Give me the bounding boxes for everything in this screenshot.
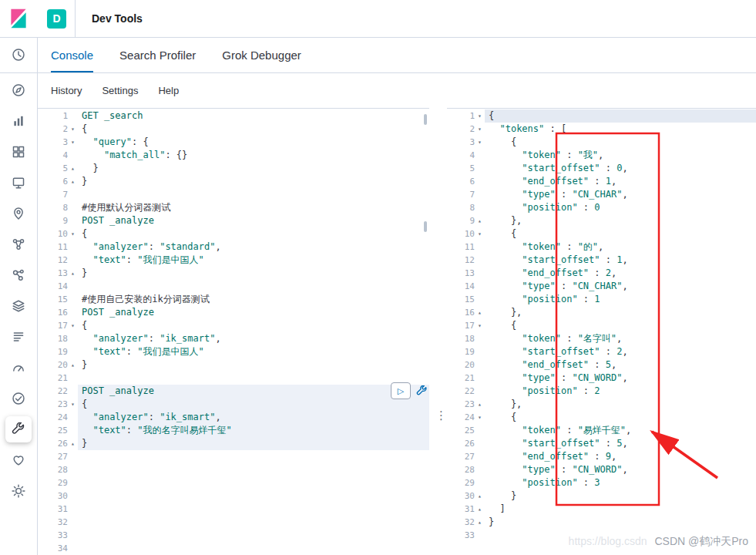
main-area: Console Search Profiler Grok Debugger Hi… xyxy=(37,37,756,555)
request-code-line[interactable]: 8#使用默认分词器测试 xyxy=(37,201,429,214)
wrench-icon xyxy=(12,422,25,436)
sidebar-item-logs[interactable] xyxy=(0,321,37,352)
request-code-line[interactable]: 33 xyxy=(37,529,429,542)
sidebar-item-uptime[interactable] xyxy=(0,383,37,414)
scrollbar-thumb[interactable] xyxy=(424,114,427,125)
request-options-button[interactable] xyxy=(416,385,428,397)
header-divider xyxy=(75,0,76,37)
response-code-line: 33 xyxy=(447,529,756,542)
send-request-button[interactable]: ▷ xyxy=(391,382,411,399)
map-pin-icon xyxy=(12,207,25,220)
request-code-line[interactable]: 16POST _analyze xyxy=(37,306,429,319)
request-code-line[interactable]: 30 xyxy=(37,489,429,503)
sidebar-item-maps[interactable] xyxy=(0,198,37,229)
request-code-line[interactable]: 15#使用自己安装的ik分词器测试 xyxy=(37,293,429,306)
menu-help[interactable]: Help xyxy=(158,85,179,96)
response-code-line: 7 "type" : "CN_CHAR", xyxy=(447,188,756,201)
response-code-line: 3▾ { xyxy=(447,136,756,149)
response-code-line: 18 "token" : "名字叫", xyxy=(447,332,756,345)
request-code-line[interactable]: 29 xyxy=(37,476,429,489)
request-code-line[interactable]: 21 xyxy=(37,372,429,385)
logs-lines-icon xyxy=(12,330,25,344)
scrollbar-thumb[interactable] xyxy=(424,221,427,232)
sidebar-item-graph[interactable] xyxy=(0,260,37,291)
response-code-line: 2▾ "tokens" : [ xyxy=(447,123,756,136)
request-code-line[interactable]: 6▴} xyxy=(37,175,429,188)
menu-history[interactable]: History xyxy=(51,85,82,96)
check-circle-icon xyxy=(12,392,25,405)
layers-icon xyxy=(12,299,25,313)
sidebar-item-dev-tools[interactable] xyxy=(0,414,37,445)
sidebar-item-stack-monitoring[interactable] xyxy=(0,445,37,476)
sidebar-item-machine-learning[interactable] xyxy=(0,229,37,260)
response-code-line: 31▴ ] xyxy=(447,503,756,516)
request-actions: ▷ xyxy=(391,382,428,399)
graph-icon xyxy=(12,268,25,282)
response-code-line: 19 "start_offset" : 2, xyxy=(447,345,756,358)
response-code-line: 27 "end_offset" : 9, xyxy=(447,450,756,463)
request-code-line[interactable]: 1GET _search xyxy=(37,109,429,123)
response-code-line: 5 "start_offset" : 0, xyxy=(447,162,756,175)
page-title: Dev Tools xyxy=(92,12,143,25)
tab-console[interactable]: Console xyxy=(51,37,93,72)
response-code-line: 24▾ { xyxy=(447,411,756,424)
tab-search-profiler[interactable]: Search Profiler xyxy=(119,37,196,72)
response-code-line: 1▾{ xyxy=(447,109,756,123)
response-code-line: 22 "position" : 2 xyxy=(447,385,756,398)
response-code-line: 6 "end_offset" : 1, xyxy=(447,175,756,188)
sidebar xyxy=(0,37,38,555)
request-code-line[interactable]: 34 xyxy=(37,542,429,555)
response-code-line: 15 "position" : 1 xyxy=(447,293,756,306)
request-code-line[interactable]: 25 "text": "我的名字叫易烊千玺" xyxy=(37,424,429,437)
request-editor[interactable]: 1GET _search2▾{3▾ "query": {4 "match_all… xyxy=(37,108,429,555)
sidebar-item-discover[interactable] xyxy=(0,75,37,106)
bar-chart-icon xyxy=(12,114,25,128)
sidebar-item-recently-viewed[interactable] xyxy=(0,37,37,73)
request-code-line[interactable]: 22POST _analyze xyxy=(37,385,429,398)
request-code-line[interactable]: 4 "match_all": {} xyxy=(37,149,429,162)
request-code-line[interactable]: 27 xyxy=(37,450,429,463)
response-code-line: 4 "token" : "我", xyxy=(447,149,756,162)
request-code-line[interactable]: 12 "text": "我们是中国人" xyxy=(37,254,429,267)
request-code-line[interactable]: 10▾{ xyxy=(37,227,429,240)
sidebar-item-dashboard[interactable] xyxy=(0,136,37,167)
console-menu-bar: History Settings Help xyxy=(37,73,756,109)
tab-grok-debugger[interactable]: Grok Debugger xyxy=(222,37,301,72)
app-header: D Dev Tools xyxy=(0,0,756,38)
request-code-line[interactable]: 23▾{ xyxy=(37,398,429,411)
compass-icon xyxy=(12,83,25,97)
gear-icon xyxy=(12,484,25,498)
request-code-line[interactable]: 2▾{ xyxy=(37,123,429,136)
sidebar-item-management[interactable] xyxy=(0,476,37,506)
sidebar-item-metrics[interactable] xyxy=(0,291,37,321)
kibana-dev-tools-page: D Dev Tools xyxy=(0,0,756,555)
request-code-line[interactable]: 31 xyxy=(37,503,429,516)
sidebar-item-visualize[interactable] xyxy=(0,106,37,136)
request-code-line[interactable]: 14 xyxy=(37,280,429,293)
request-code-line[interactable]: 11 "analyzer": "standard", xyxy=(37,240,429,254)
menu-settings[interactable]: Settings xyxy=(102,85,138,96)
response-code-line: 12 "start_offset" : 1, xyxy=(447,254,756,267)
request-code-line[interactable]: 26▴} xyxy=(37,437,429,450)
sidebar-item-canvas[interactable] xyxy=(0,167,37,198)
request-code-line[interactable]: 18 "analyzer": "ik_smart", xyxy=(37,332,429,345)
request-code-line[interactable]: 13▴} xyxy=(37,267,429,280)
kibana-logo-icon[interactable] xyxy=(0,8,37,29)
request-code-line[interactable]: 3▾ "query": { xyxy=(37,136,429,149)
request-code-line[interactable]: 5▴ } xyxy=(37,162,429,175)
request-code-line[interactable]: 7 xyxy=(37,188,429,201)
response-code-line: 23▴ }, xyxy=(447,398,756,411)
request-code-line[interactable]: 20▴} xyxy=(37,358,429,372)
response-code-line: 29 "position" : 3 xyxy=(447,476,756,489)
nodes-icon xyxy=(12,237,25,251)
request-code-line[interactable]: 24 "analyzer": "ik_smart", xyxy=(37,411,429,424)
deployment-badge[interactable]: D xyxy=(47,9,66,29)
pane-resizer-handle[interactable]: ⋮ xyxy=(435,409,447,422)
request-code-line[interactable]: 32 xyxy=(37,516,429,529)
request-code-line[interactable]: 28 xyxy=(37,463,429,476)
sidebar-item-apm[interactable] xyxy=(0,352,37,383)
response-editor[interactable]: 1▾{2▾ "tokens" : [3▾ {4 "token" : "我",5 … xyxy=(447,108,756,555)
request-code-line[interactable]: 17▾{ xyxy=(37,319,429,332)
request-code-line[interactable]: 9POST _analyze xyxy=(37,214,429,227)
request-code-line[interactable]: 19 "text": "我们是中国人" xyxy=(37,345,429,358)
